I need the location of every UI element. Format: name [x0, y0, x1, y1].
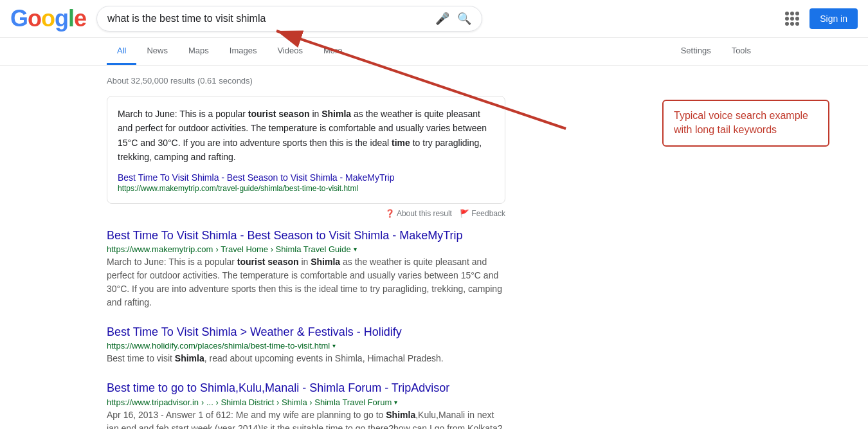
result-meta: ❓ About this result 🚩 Feedback: [107, 209, 505, 218]
result-title: Best Time To Visit Shimla - Best Season …: [107, 228, 505, 243]
result-url: https://www.makemytrip.com: [107, 244, 213, 254]
snippet-title-link[interactable]: Best Time To Visit Shimla - Best Season …: [118, 172, 395, 183]
result-url-line: https://www.makemytrip.com › Travel Home…: [107, 244, 505, 254]
search-input[interactable]: [107, 13, 435, 24]
tab-all[interactable]: All: [107, 38, 136, 65]
result-item: Best Time To Visit Shimla - Best Season …: [107, 228, 505, 309]
result-desc: March to June: This is a popular tourist…: [107, 255, 505, 309]
result-item: Best time to go to Shimla,Kulu,Manali - …: [107, 381, 505, 429]
tab-videos[interactable]: Videos: [267, 38, 313, 65]
tab-more[interactable]: More: [313, 38, 353, 65]
tab-news[interactable]: News: [136, 38, 178, 65]
result-dropdown-arrow[interactable]: ▾: [354, 246, 357, 253]
search-button[interactable]: 🔍: [457, 12, 471, 26]
nav-tabs: All News Maps Images Videos More Setting…: [0, 38, 868, 66]
snippet-link: Best Time To Visit Shimla - Best Season …: [118, 172, 494, 193]
result-item: Best Time To Visit Shimla > Weather & Fe…: [107, 325, 505, 365]
results-count: About 32,50,000 results (0.61 seconds): [107, 76, 761, 86]
result-title-link[interactable]: Best time to go to Shimla,Kulu,Manali - …: [107, 381, 449, 394]
apps-grid-icon[interactable]: [782, 9, 802, 28]
result-title-link[interactable]: Best Time To Visit Shimla - Best Season …: [107, 229, 463, 242]
feedback-link[interactable]: 🚩 Feedback: [460, 209, 505, 218]
snippet-url: https://www.makemytrip.com/travel-guide/…: [118, 184, 494, 193]
tab-images[interactable]: Images: [219, 38, 267, 65]
annotation-text: Typical voice search example with long t…: [674, 109, 818, 138]
result-desc: Apr 16, 2013 - Answer 1 of 612: Me and m…: [107, 408, 505, 429]
tab-maps[interactable]: Maps: [178, 38, 219, 65]
result-title: Best Time To Visit Shimla > Weather & Fe…: [107, 325, 505, 340]
result-dropdown-arrow[interactable]: ▾: [332, 342, 336, 349]
microphone-icon[interactable]: 🎤: [435, 12, 449, 26]
result-dropdown-arrow[interactable]: ▾: [394, 399, 397, 406]
header: Google 🎤 🔍 Sign in: [0, 0, 868, 38]
sign-in-button[interactable]: Sign in: [809, 8, 858, 29]
search-bar[interactable]: 🎤 🔍: [96, 6, 482, 32]
header-right: Sign in: [782, 8, 858, 29]
result-desc: Best time to visit Shimla, read about up…: [107, 352, 505, 365]
page-wrapper: Google 🎤 🔍 Sign in All News Maps Images …: [0, 0, 868, 429]
snippet-text: March to June: This is a popular tourist…: [118, 107, 494, 165]
result-url: https://www.holidify.com/places/shimla/b…: [107, 341, 330, 351]
result-breadcrumb: › Travel Home › Shimla Travel Guide: [215, 244, 350, 254]
google-logo: Google: [10, 5, 86, 32]
result-url: https://www.tripadvisor.in: [107, 397, 199, 407]
tab-settings[interactable]: Settings: [671, 38, 721, 65]
about-result[interactable]: ❓ About this result: [385, 209, 452, 218]
featured-snippet: March to June: This is a popular tourist…: [107, 96, 505, 204]
result-url-line: https://www.holidify.com/places/shimla/b…: [107, 341, 505, 351]
result-url-line: https://www.tripadvisor.in › ... › Shiml…: [107, 397, 505, 407]
tab-tools[interactable]: Tools: [721, 38, 761, 65]
annotation-box: Typical voice search example with long t…: [662, 100, 829, 147]
result-title: Best time to go to Shimla,Kulu,Manali - …: [107, 381, 505, 396]
result-title-link[interactable]: Best Time To Visit Shimla > Weather & Fe…: [107, 325, 402, 338]
result-breadcrumb: › ... › Shimla District › Shimla › Shiml…: [201, 397, 392, 407]
annotation-container: Typical voice search example with long t…: [662, 100, 829, 147]
